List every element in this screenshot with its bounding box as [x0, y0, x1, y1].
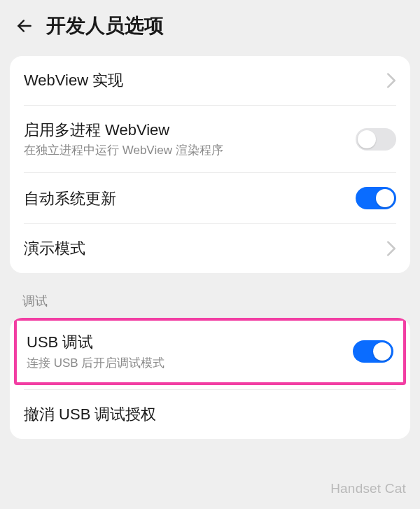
row-accessory: [386, 73, 396, 88]
toggle-multi-process-webview[interactable]: [356, 128, 396, 151]
row-multi-process-webview[interactable]: 启用多进程 WebView 在独立进程中运行 WebView 渲染程序: [10, 106, 410, 173]
row-title: 自动系统更新: [24, 188, 347, 209]
toggle-knob: [373, 342, 391, 361]
toggle-knob: [358, 130, 376, 148]
row-subtitle: 在独立进程中运行 WebView 渲染程序: [24, 143, 347, 158]
row-subtitle: 连接 USB 后开启调试模式: [27, 356, 344, 371]
back-arrow-icon: [15, 17, 34, 35]
row-auto-system-update[interactable]: 自动系统更新: [10, 173, 410, 223]
row-content: 自动系统更新: [24, 188, 347, 209]
highlight-usb-debugging: USB 调试 连接 USB 后开启调试模式: [14, 318, 406, 385]
section-label-debug: 调试: [0, 273, 420, 314]
chevron-right-icon: [386, 241, 396, 256]
settings-card-debug: USB 调试 连接 USB 后开启调试模式 撤消 USB 调试授权: [10, 318, 410, 438]
watermark: Handset Cat: [330, 481, 406, 496]
row-usb-debugging[interactable]: USB 调试 连接 USB 后开启调试模式: [17, 321, 403, 382]
back-button[interactable]: [14, 15, 35, 36]
page-header: 开发人员选项: [0, 0, 420, 46]
row-title: 撤消 USB 调试授权: [24, 404, 396, 425]
row-title: USB 调试: [27, 332, 344, 353]
row-title: 演示模式: [24, 238, 378, 259]
row-accessory: [356, 187, 396, 209]
row-accessory: [386, 241, 396, 256]
row-revoke-usb-auth[interactable]: 撤消 USB 调试授权: [10, 390, 410, 439]
row-title: WebView 实现: [24, 70, 378, 91]
toggle-usb-debugging[interactable]: [353, 340, 393, 363]
row-content: 撤消 USB 调试授权: [24, 404, 396, 425]
row-content: 演示模式: [24, 238, 378, 259]
row-content: WebView 实现: [24, 70, 378, 91]
row-content: 启用多进程 WebView 在独立进程中运行 WebView 渲染程序: [24, 120, 347, 159]
row-accessory: [356, 128, 396, 151]
chevron-right-icon: [386, 73, 396, 88]
row-demo-mode[interactable]: 演示模式: [10, 224, 410, 273]
page-title: 开发人员选项: [46, 13, 164, 39]
settings-card-general: WebView 实现 启用多进程 WebView 在独立进程中运行 WebVie…: [10, 56, 410, 273]
row-accessory: [353, 340, 393, 363]
toggle-knob: [376, 189, 394, 207]
row-content: USB 调试 连接 USB 后开启调试模式: [27, 332, 344, 371]
row-webview-implementation[interactable]: WebView 实现: [10, 56, 410, 105]
row-title: 启用多进程 WebView: [24, 120, 347, 141]
toggle-auto-system-update[interactable]: [356, 187, 396, 209]
